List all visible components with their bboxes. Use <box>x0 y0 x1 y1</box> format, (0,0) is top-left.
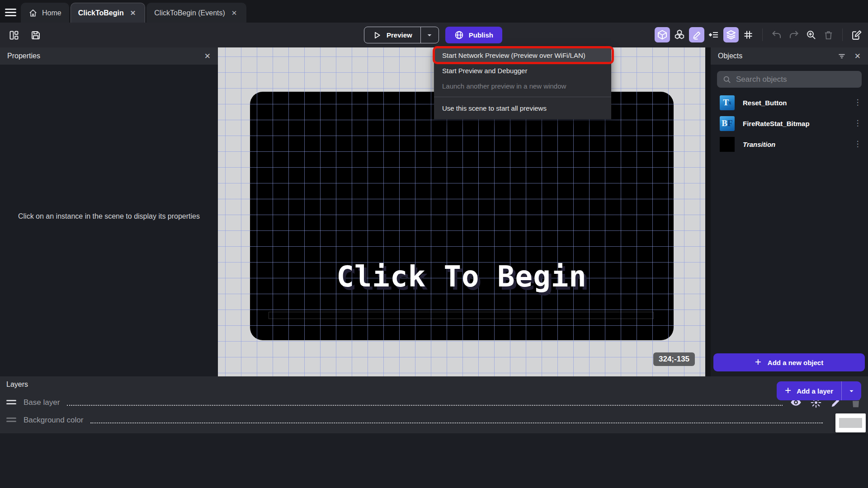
add-layer-label: Add a layer <box>797 387 833 395</box>
add-layer-button[interactable]: + Add a layer <box>777 381 841 400</box>
hamburger-icon <box>5 9 16 16</box>
row-divider <box>90 422 823 423</box>
toolbar: Preview Publish <box>0 23 868 47</box>
grid-icon[interactable] <box>741 27 756 42</box>
click-to-begin-text-instance[interactable]: Click To Begin <box>218 260 705 293</box>
layers-icon[interactable] <box>723 27 739 42</box>
play-icon <box>373 31 382 40</box>
text-object-icon: Tx <box>720 95 735 110</box>
add-object-label: Add a new object <box>768 359 823 366</box>
object-name: Reset_Button <box>743 99 844 107</box>
menu-item-launch-another-preview: Launch another preview in a new window <box>434 78 611 94</box>
black-swatch-icon <box>720 137 735 152</box>
toolbar-divider <box>762 28 763 41</box>
home-icon <box>28 9 38 18</box>
bottom-area: Layers ✕ Base layer <box>0 376 868 488</box>
objects-title: Objects <box>718 52 829 60</box>
tab-label: Home <box>42 9 61 17</box>
objects-panel: Objects ✕ Tx Reset_Button <box>711 47 868 376</box>
bitmap-font-object-icon: BF <box>720 116 735 131</box>
drag-handle-icon[interactable] <box>6 418 16 422</box>
main-menu-button[interactable] <box>0 2 21 22</box>
preview-options-menu: Start Network Preview (Preview over WiFi… <box>434 47 611 119</box>
tab-label: ClickToBegin <box>78 9 124 17</box>
close-icon[interactable]: ✕ <box>230 9 239 17</box>
menu-divider <box>434 97 611 97</box>
add-layer-options-button[interactable] <box>841 381 861 400</box>
search-icon <box>722 75 731 84</box>
preview-label: Preview <box>387 31 412 39</box>
preview-options-button[interactable] <box>420 27 439 43</box>
toolbar-divider <box>842 28 843 41</box>
row-divider <box>67 405 783 406</box>
layer-name[interactable]: Background color <box>24 416 83 425</box>
tab-clicktobegin-events[interactable]: ClickToBegin (Events) ✕ <box>146 3 246 23</box>
layer-row-background-color[interactable]: Background color <box>0 410 868 428</box>
tab-label: ClickToBegin (Events) <box>154 9 225 17</box>
add-new-object-button[interactable]: + Add a new object <box>713 353 865 371</box>
kebab-menu-icon[interactable]: ⋮ <box>852 142 863 146</box>
tab-clicktobegin-scene[interactable]: ClickToBegin ✕ <box>71 3 146 23</box>
chevron-down-icon <box>848 388 855 394</box>
close-icon[interactable]: ✕ <box>854 52 861 60</box>
kebab-menu-icon[interactable]: ⋮ <box>852 101 863 104</box>
search-input[interactable] <box>736 75 856 84</box>
properties-title: Properties <box>7 52 40 60</box>
undo-icon[interactable] <box>769 27 784 42</box>
properties-panel: Properties ✕ Click on an instance in the… <box>0 47 218 376</box>
kebab-menu-icon[interactable]: ⋮ <box>852 122 863 125</box>
redo-icon[interactable] <box>786 27 802 42</box>
tab-bar: Home ClickToBegin ✕ ClickToBegin (Events… <box>0 0 868 23</box>
save-icon[interactable] <box>28 28 43 43</box>
cursor-coordinates-badge: 324;-135 <box>653 352 695 366</box>
layers-title: Layers <box>6 380 28 389</box>
layers-panel: Layers ✕ Base layer <box>0 376 868 433</box>
layer-name[interactable]: Base layer <box>24 398 60 407</box>
preview-split-button: Preview <box>364 27 439 43</box>
zoom-in-icon[interactable] <box>803 27 819 42</box>
instance-outline <box>269 312 654 319</box>
close-icon[interactable]: ✕ <box>128 9 138 17</box>
layer-row-base-layer[interactable]: Base layer <box>0 393 868 410</box>
drag-handle-icon[interactable] <box>6 400 16 404</box>
object-row-fireratestat-bitmap[interactable]: BF FireRateStat_Bitmap ⋮ <box>711 113 868 134</box>
publish-button[interactable]: Publish <box>445 27 502 43</box>
object-row-reset-button[interactable]: Tx Reset_Button ⋮ <box>711 92 868 113</box>
tab-home[interactable]: Home <box>21 3 69 23</box>
object-row-transition[interactable]: Transition ⋮ <box>711 134 868 155</box>
plus-icon: + <box>755 357 761 367</box>
project-manager-icon[interactable] <box>6 28 22 43</box>
add-layer-split-button: + Add a layer <box>777 381 861 400</box>
gdevelop-app: Home ClickToBegin ✕ ClickToBegin (Events… <box>0 0 868 488</box>
game-background-instance[interactable] <box>250 92 674 340</box>
edit-scene-icon[interactable] <box>849 27 864 42</box>
object-name: FireRateStat_Bitmap <box>743 120 844 127</box>
chevron-down-icon <box>426 32 433 39</box>
globe-icon <box>454 30 464 40</box>
filter-icon[interactable] <box>837 52 846 61</box>
menu-item-start-network-preview[interactable]: Start Network Preview (Preview over WiFi… <box>434 47 611 63</box>
instances-list-icon[interactable] <box>706 27 722 42</box>
objects-search[interactable] <box>717 71 862 88</box>
properties-edit-icon[interactable] <box>689 27 704 42</box>
close-icon[interactable]: ✕ <box>204 52 211 60</box>
background-color-swatch[interactable] <box>835 413 866 432</box>
menu-item-start-preview-debugger[interactable]: Start Preview and Debugger <box>434 63 611 78</box>
objects-list-icon[interactable] <box>672 27 687 42</box>
plus-icon: + <box>785 385 791 396</box>
trash-icon[interactable] <box>821 27 836 42</box>
3d-view-icon[interactable] <box>655 27 670 42</box>
color-fill <box>839 418 862 428</box>
preview-button[interactable]: Preview <box>364 27 420 43</box>
publish-label: Publish <box>469 31 493 39</box>
properties-empty-message: Click on an instance in the scene to dis… <box>14 210 204 222</box>
menu-item-use-scene-start-previews[interactable]: Use this scene to start all previews <box>434 100 611 116</box>
object-name: Transition <box>743 141 844 148</box>
